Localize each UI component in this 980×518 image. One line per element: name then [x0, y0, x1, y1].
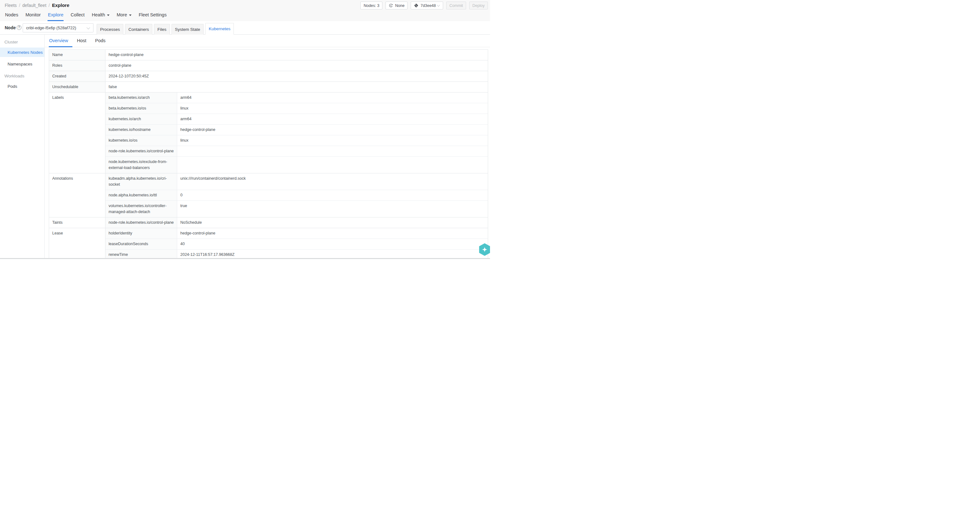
- window-bottom-edge: [0, 258, 490, 259]
- tab-processes[interactable]: Processes: [97, 24, 123, 35]
- breadcrumb-separator: /: [19, 3, 20, 8]
- chevron-down-icon: [437, 3, 440, 6]
- subrow-key: kubernetes.io/arch: [105, 114, 177, 124]
- content: Cluster Kubernetes Nodes Namespaces Work…: [0, 35, 490, 259]
- sidebar-section-cluster: Cluster Kubernetes Nodes Namespaces: [0, 40, 45, 68]
- sidebar-item-namespaces[interactable]: Namespaces: [0, 59, 45, 68]
- sidebar-item-label: Pods: [8, 84, 17, 89]
- nav-label: Explore: [48, 12, 63, 17]
- details-subrow: kubernetes.io/oslinux: [105, 135, 488, 146]
- nav-item-fleet-settings[interactable]: Fleet Settings: [138, 12, 167, 21]
- commit-version-dropdown[interactable]: 7d3ee48: [411, 2, 443, 10]
- nav-item-collect[interactable]: Collect: [70, 12, 85, 21]
- details-row: Labelsbeta.kubernetes.io/archarm64beta.k…: [49, 92, 488, 173]
- sidebar-item-label: Kubernetes Nodes: [8, 50, 43, 55]
- subrow-key: beta.kubernetes.io/os: [105, 103, 177, 114]
- row-label: Created: [49, 71, 105, 81]
- pending-changes-button[interactable]: None: [385, 2, 407, 10]
- details-subrow: node.kubernetes.io/exclude-from-external…: [105, 156, 488, 173]
- subtab-label: Pods: [95, 38, 105, 43]
- nav-label: Monitor: [25, 12, 41, 17]
- subrow-value: [177, 146, 488, 156]
- node-toolbar: Node ? cribl-edge-l5x6p (528af722) Proce…: [0, 21, 490, 35]
- tab-files[interactable]: Files: [154, 24, 170, 35]
- subrow-key: volumes.kubernetes.io/controller-managed…: [105, 201, 177, 217]
- details-row: Taintsnode-role.kubernetes.io/control-pl…: [49, 217, 488, 228]
- subrow-key: kubernetes.io/hostname: [105, 125, 177, 135]
- subrow-key: beta.kubernetes.io/arch: [105, 92, 177, 103]
- nav-item-health[interactable]: Health: [92, 12, 110, 21]
- main-nav: Nodes Monitor Explore Collect Health Mor…: [5, 12, 167, 21]
- tab-system-state[interactable]: System State: [172, 24, 204, 35]
- nav-label: Collect: [70, 12, 84, 17]
- subtab-pods[interactable]: Pods: [91, 35, 110, 47]
- subrow-value: 40: [177, 239, 488, 249]
- details-subrow: kubeadm.alpha.kubernetes.io/cri-socketun…: [105, 173, 488, 190]
- details-row: Unschedulablefalse: [49, 81, 488, 92]
- topbar-actions: Nodes: 3 None: [360, 2, 488, 10]
- subrow-value: 2024-12-11T16:57:17.963668Z: [177, 249, 488, 259]
- tab-label: Processes: [100, 27, 120, 32]
- sidebar-item-pods[interactable]: Pods: [0, 81, 45, 91]
- row-label: Taints: [49, 218, 105, 228]
- subtab-overview[interactable]: Overview: [49, 35, 72, 47]
- node-selector-label: Node: [5, 25, 16, 30]
- breadcrumb-fleets[interactable]: Fleets: [5, 3, 17, 8]
- row-value: hedge-control-plane: [105, 50, 488, 60]
- commit-button-label: Commit: [449, 3, 463, 8]
- nav-item-nodes[interactable]: Nodes: [5, 12, 19, 21]
- sparkle-icon: [481, 246, 488, 253]
- subrow-value: arm64: [177, 92, 488, 103]
- subrow-value: [177, 157, 488, 173]
- git-commit-icon: [414, 3, 418, 8]
- tab-kubernetes[interactable]: Kubernetes: [205, 23, 234, 35]
- row-label: Unschedulable: [49, 82, 105, 92]
- node-subtabs: Overview Host Pods: [45, 35, 490, 47]
- details-row: Annotationskubeadm.alpha.kubernetes.io/c…: [49, 173, 488, 217]
- breadcrumb-fleet-name[interactable]: default_fleet: [22, 3, 46, 8]
- subrow-key: leaseDurationSeconds: [105, 239, 177, 249]
- nodes-count-button[interactable]: Nodes: 3: [360, 2, 382, 10]
- nav-item-more[interactable]: More: [116, 12, 132, 21]
- commit-button[interactable]: Commit: [446, 2, 466, 10]
- row-subtable: holderIdentityhedge-control-planeleaseDu…: [105, 228, 488, 259]
- details-subrow: holderIdentityhedge-control-plane: [105, 228, 488, 238]
- subrow-key: kubernetes.io/os: [105, 135, 177, 146]
- tab-label: Kubernetes: [208, 27, 231, 31]
- revert-icon: [389, 3, 393, 8]
- subrow-key: node-role.kubernetes.io/control-plane: [105, 146, 177, 156]
- nav-item-monitor[interactable]: Monitor: [25, 12, 41, 21]
- sidebar-item-kubernetes-nodes[interactable]: Kubernetes Nodes: [0, 48, 45, 57]
- subrow-value: unix:///run/containerd/containerd.sock: [177, 173, 488, 190]
- details-row: Namehedge-control-plane: [49, 50, 488, 60]
- sidebar-section-workloads: Workloads Pods: [0, 74, 45, 91]
- subrow-value: NoSchedule: [177, 218, 488, 228]
- subtab-label: Host: [77, 38, 86, 43]
- subrow-key: renewTime: [105, 249, 177, 259]
- caret-down-icon: [129, 14, 132, 16]
- tab-containers[interactable]: Containers: [125, 24, 152, 35]
- details-subrow: beta.kubernetes.io/oslinux: [105, 103, 488, 114]
- deploy-button[interactable]: Deploy: [469, 2, 488, 10]
- row-label: Lease: [49, 228, 105, 259]
- details-subrow: renewTime2024-12-11T16:57:17.963668Z: [105, 249, 488, 259]
- tab-label: Files: [158, 27, 167, 32]
- nav-item-explore[interactable]: Explore: [48, 12, 64, 21]
- deploy-button-label: Deploy: [473, 3, 485, 8]
- details-subrow: node.alpha.kubernetes.io/ttl0: [105, 190, 488, 200]
- tab-label: Containers: [129, 27, 149, 32]
- nav-label: Health: [92, 12, 105, 17]
- row-label: Annotations: [49, 173, 105, 217]
- cribl-edge-app: Fleets / default_fleet / Explore Nodes: …: [0, 0, 490, 259]
- row-subtable: kubeadm.alpha.kubernetes.io/cri-socketun…: [105, 173, 488, 217]
- help-icon[interactable]: ?: [17, 25, 21, 30]
- subrow-value: true: [177, 201, 488, 217]
- row-label: Labels: [49, 92, 105, 173]
- subrow-key: kubeadm.alpha.kubernetes.io/cri-socket: [105, 173, 177, 190]
- node-select-dropdown[interactable]: cribl-edge-l5x6p (528af722): [23, 23, 94, 32]
- subrow-value: arm64: [177, 114, 488, 124]
- kubernetes-sidebar: Cluster Kubernetes Nodes Namespaces Work…: [0, 35, 45, 259]
- subtab-host[interactable]: Host: [72, 35, 91, 47]
- subrow-key: node.kubernetes.io/exclude-from-external…: [105, 157, 177, 173]
- main-panel: Overview Host Pods Namehedge-control-pla…: [45, 35, 490, 259]
